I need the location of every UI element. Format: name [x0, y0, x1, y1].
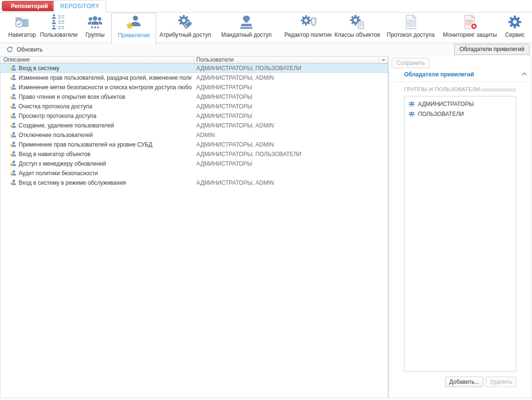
ribbon-toolbar: Навигатор Пользователи Группы	[0, 12, 532, 43]
member-name: ПОЛЬЗОВАТЕЛИ	[418, 111, 464, 117]
privilege-description: Отключение пользователей	[19, 130, 93, 140]
ribbon-item-object-classes[interactable]: Классы объектов	[332, 14, 382, 42]
users-icon	[50, 14, 67, 30]
section-divider	[389, 82, 531, 82]
members-listbox[interactable]: АДМИНИСТРАТОРЫ ПОЛЬЗОВАТЕЛИ	[404, 96, 516, 372]
privilege-users: АДМИНИСТРАТОРЫ	[196, 102, 252, 111]
privilege-description: Право чтения и открытия всех объектов	[19, 92, 125, 102]
table-row[interactable]: Очистка протокола доступа АДМИНИСТРАТОРЫ	[0, 102, 388, 111]
privilege-description: Просмотр протокола доступа	[19, 111, 96, 121]
table-body: Вход в систему АДМИНИСТРАТОРЫ, ПОЛЬЗОВАТ…	[0, 63, 388, 188]
ribbon-item-label: Пользователи	[40, 32, 77, 38]
privilege-holders-panel: Сохранить Обладатели привилегий ГРУППЫ И…	[388, 56, 532, 398]
table-row[interactable]: Создание, удаление пользователей АДМИНИС…	[0, 121, 388, 130]
ribbon-item-navigator[interactable]: Навигатор	[5, 14, 39, 42]
privilege-user-star-icon	[10, 141, 17, 148]
ribbon-item-label: Мандатный доступ	[221, 32, 271, 38]
member-item[interactable]: АДМИНИСТРАТОРЫ	[404, 99, 516, 109]
chevron-up-icon[interactable]	[521, 72, 527, 76]
column-header-description[interactable]: Описание	[3, 57, 30, 63]
privilege-users: АДМИНИСТРАТОРЫ	[196, 92, 252, 102]
column-menu-button[interactable]	[379, 57, 388, 63]
privilege-users: АДМИНИСТРАТОРЫ, ADMIN	[196, 140, 274, 149]
privilege-user-star-icon	[10, 169, 17, 177]
privilege-description: Изменение метки безопасности и списка ко…	[19, 83, 192, 92]
member-name: АДМИНИСТРАТОРЫ	[418, 101, 474, 107]
add-button[interactable]: Добавить...	[445, 377, 483, 387]
privilege-description: Вход в навигатор объектов	[19, 149, 90, 159]
ribbon-item-label: Навигатор	[8, 32, 36, 38]
privileges-icon	[125, 14, 142, 31]
top-tab-strip: Репозиторий REPOSITORY	[0, 0, 532, 12]
table-row[interactable]: Право чтения и открытия всех объектов АД…	[0, 92, 388, 102]
ribbon-item-privileges[interactable]: Привилегии	[111, 13, 156, 44]
privilege-users: АДМИНИСТРАТОРЫ	[196, 111, 252, 121]
object-classes-icon	[349, 14, 366, 30]
window-bottom-border	[0, 398, 532, 398]
privilege-user-star-icon	[10, 179, 17, 186]
privilege-description: Применение прав пользователей на уровне …	[19, 140, 152, 149]
table-row[interactable]: Применение прав пользователей на уровне …	[0, 140, 388, 149]
table-row[interactable]: Просмотр протокола доступа АДМИНИСТРАТОР…	[0, 111, 388, 121]
privilege-description: Создание, удаление пользователей	[19, 121, 114, 130]
refresh-button[interactable]: Обновить	[3, 44, 46, 55]
table-row[interactable]: Аудит политики безопасности	[0, 168, 388, 178]
privilege-user-star-icon	[10, 160, 17, 167]
privilege-description: Изменение прав пользователей, раздача ро…	[19, 73, 192, 83]
privilege-users: АДМИНИСТРАТОРЫ	[196, 83, 252, 92]
privilege-holders-toggle-button[interactable]: Обладатели привилегий	[454, 44, 530, 55]
privilege-users: АДМИНИСТРАТОРЫ	[196, 159, 252, 168]
privilege-user-star-icon	[10, 112, 17, 119]
panel-section-header[interactable]: Обладатели привилегий	[404, 71, 474, 78]
table-header-row: Описание Пользователи	[0, 56, 388, 63]
ribbon-item-users[interactable]: Пользователи	[40, 14, 77, 42]
tab-repository[interactable]: REPOSITORY	[53, 0, 106, 13]
column-header-users[interactable]: Пользователи	[196, 57, 234, 63]
mandatory-access-icon	[238, 14, 255, 30]
ribbon-item-label: Сервис	[505, 32, 524, 38]
privilege-description: Вход в систему в режиме обслуживания	[19, 178, 126, 188]
groups-icon	[86, 14, 104, 30]
ribbon-item-attribute-access[interactable]: Атрибутный доступ	[159, 14, 212, 42]
attribute-access-icon	[177, 14, 194, 30]
ribbon-item-security-monitoring[interactable]: Мониторинг защиты	[440, 14, 500, 42]
privilege-user-star-icon	[10, 64, 17, 72]
privilege-users: АДМИНИСТРАТОРЫ, ПОЛЬЗОВАТЕЛИ	[196, 149, 301, 159]
ribbon-item-label: Мониторинг защиты	[443, 32, 497, 38]
table-row[interactable]: Отключение пользователей ADMIN	[0, 130, 388, 140]
privilege-description: Вход в систему	[19, 63, 59, 73]
ribbon-item-label: Редактор политик	[284, 32, 331, 38]
privilege-user-star-icon	[10, 93, 17, 100]
privilege-description: Очистка протокола доступа	[19, 102, 92, 111]
table-row[interactable]: Вход в систему в режиме обслуживания АДМ…	[0, 178, 388, 188]
privilege-user-star-icon	[10, 122, 17, 129]
repository-app-window: Репозиторий REPOSITORY Навигатор	[0, 0, 532, 400]
member-item[interactable]: ПОЛЬЗОВАТЕЛИ	[404, 109, 516, 119]
ribbon-item-policy-editor[interactable]: Редактор политик	[283, 14, 333, 42]
table-row[interactable]: Доступ к менеджеру обновлений АДМИНИСТРА…	[0, 159, 388, 168]
privilege-users: АДМИНИСТРАТОРЫ, ПОЛЬЗОВАТЕЛИ	[196, 63, 301, 73]
ribbon-item-label: Группы	[85, 32, 105, 38]
ribbon-item-groups[interactable]: Группы	[79, 14, 111, 42]
chevron-down-icon	[382, 59, 385, 61]
access-protocol-icon	[402, 14, 419, 30]
table-row[interactable]: Изменение метки безопасности и списка ко…	[0, 83, 388, 92]
ribbon-item-access-protocol[interactable]: Протокол доступа	[385, 14, 436, 42]
privilege-users: АДМИНИСТРАТОРЫ, ADMIN	[196, 73, 274, 83]
privilege-user-star-icon	[10, 131, 17, 138]
remove-button[interactable]: Удалить	[486, 377, 516, 387]
ribbon-item-label: Классы объектов	[334, 32, 380, 38]
ribbon-item-mandatory-access[interactable]: Мандатный доступ	[219, 14, 274, 42]
privilege-users: ADMIN	[196, 130, 215, 140]
privilege-user-star-icon	[10, 84, 17, 91]
table-row[interactable]: Вход в систему АДМИНИСТРАТОРЫ, ПОЛЬЗОВАТ…	[0, 63, 388, 73]
table-row[interactable]: Изменение прав пользователей, раздача ро…	[0, 73, 388, 83]
actions-toolbar: Обновить Обладатели привилегий	[0, 43, 532, 56]
ribbon-item-service[interactable]: Сервис	[501, 14, 528, 42]
table-row[interactable]: Вход в навигатор объектов АДМИНИСТРАТОРЫ…	[0, 149, 388, 159]
gear-icon	[506, 14, 523, 30]
policy-editor-icon	[299, 14, 317, 30]
save-button[interactable]: Сохранить	[392, 58, 430, 68]
group-icon	[408, 111, 415, 117]
privilege-user-star-icon	[10, 103, 17, 110]
